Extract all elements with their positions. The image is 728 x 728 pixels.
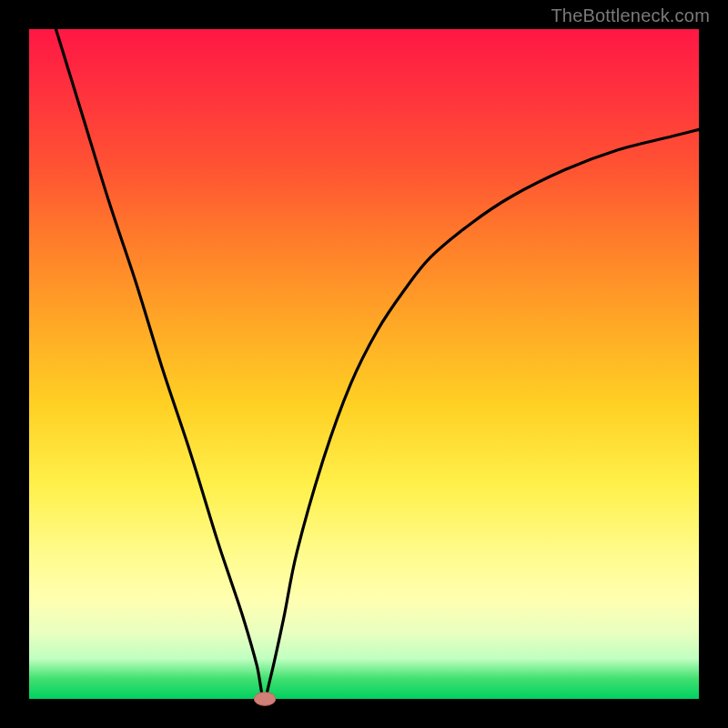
plot-area [29,29,699,699]
bottleneck-curve [56,29,699,699]
minimum-marker [254,693,276,706]
chart-svg [29,29,699,699]
watermark-text: TheBottleneck.com [551,5,710,26]
